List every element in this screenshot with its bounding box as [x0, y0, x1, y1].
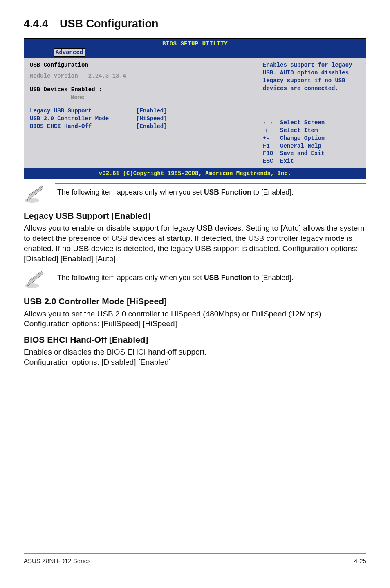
nav-label: Save and Exit [280, 150, 325, 157]
note-block: The following item appears only when you… [24, 183, 366, 204]
nav-label: Select Screen [280, 119, 325, 127]
bios-help-pane: Enables support for legacy USB. AUTO opt… [258, 58, 366, 168]
note-text: The following item appears only when you… [55, 269, 366, 287]
pencil-icon [24, 183, 45, 204]
bios-screenshot: BIOS SETUP UTILITY Advanced USB Configur… [24, 38, 366, 179]
section-number: 4.4.4 [24, 16, 48, 31]
nav-key: ESC [263, 157, 280, 165]
bios-setting-row: BIOS EHCI Hand-Off [Enabled] [30, 123, 252, 130]
footer-right: 4-25 [354, 557, 366, 565]
bios-left-pane: USB Configuration Module Version - 2.24.… [24, 58, 258, 168]
footer-left: ASUS Z8NH-D12 Series [24, 557, 90, 565]
option-heading: USB 2.0 Controller Mode [HiSpeed] [24, 296, 366, 307]
bios-module-line: Module Version - 2.24.3-13.4 [30, 72, 252, 80]
option-heading: Legacy USB Support [Enabled] [24, 210, 366, 222]
bios-setting-row: USB 2.0 Controller Mode [HiSpeed] [30, 115, 252, 123]
bios-footer: v02.61 (C)Copyright 1985-2008, American … [24, 168, 366, 179]
section-title: USB Configuration [60, 16, 158, 31]
nav-key: F1 [263, 142, 280, 150]
bios-title: BIOS SETUP UTILITY [24, 39, 366, 48]
svg-point-3 [25, 283, 39, 288]
section-heading: 4.4.4 USB Configuration [24, 16, 366, 31]
bios-subheader: USB Configuration [30, 61, 252, 69]
bios-dev-value: None [30, 94, 252, 101]
nav-key-icon: ←→ [263, 119, 280, 127]
nav-key-icon: ↑↓ [263, 127, 280, 135]
note-text: The following item appears only when you… [55, 183, 366, 202]
bios-help-text: Enables support for legacy USB. AUTO opt… [263, 61, 361, 92]
page-footer: ASUS Z8NH-D12 Series 4-25 [24, 553, 366, 565]
bios-setting-label: BIOS EHCI Hand-Off [30, 123, 136, 130]
nav-key: F10 [263, 150, 280, 157]
nav-label: General Help [280, 142, 321, 150]
nav-key: +- [263, 135, 280, 142]
pencil-icon [24, 269, 45, 290]
nav-label: Change Option [280, 135, 325, 142]
bios-setting-value: [Enabled] [136, 123, 167, 130]
bios-setting-value: [HiSpeed] [136, 115, 167, 123]
option-body-line: Configuration options: [Disabled] [Enabl… [24, 357, 366, 368]
option-heading: BIOS EHCI Hand-Off [Enabled] [24, 334, 366, 346]
bios-setting-label: USB 2.0 Controller Mode [30, 115, 136, 123]
nav-label: Select Item [280, 127, 318, 135]
bios-setting-row: Legacy USB Support [Enabled] [30, 107, 252, 115]
bios-dev-header: USB Devices Enabled : [30, 86, 252, 94]
bios-setting-label: Legacy USB Support [30, 107, 136, 115]
bios-nav-help: ←→Select Screen ↑↓Select Item +-Change O… [263, 119, 361, 165]
option-body: Allows you to enable or disable support … [24, 223, 366, 264]
bios-tab-advanced: Advanced [54, 48, 85, 57]
svg-point-0 [25, 198, 39, 203]
nav-label: Exit [280, 157, 294, 165]
bios-tab-row: Advanced [24, 48, 366, 58]
option-body-line: Enables or disables the BIOS EHCI hand-o… [24, 347, 366, 357]
bios-setting-value: [Enabled] [136, 107, 167, 115]
option-body: Allows you to set the USB 2.0 controller… [24, 309, 366, 329]
note-block: The following item appears only when you… [24, 269, 366, 290]
